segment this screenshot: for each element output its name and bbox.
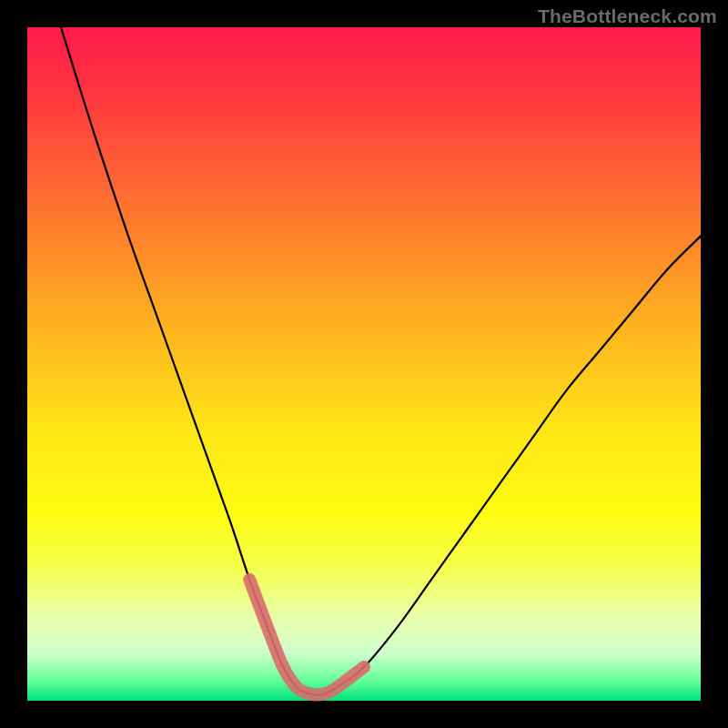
chart-frame: TheBottleneck.com <box>0 0 728 728</box>
bottleneck-curve <box>61 27 701 695</box>
watermark-text: TheBottleneck.com <box>538 5 717 27</box>
optimal-zone-highlight <box>249 580 364 695</box>
plot-area <box>27 27 701 701</box>
curve-layer <box>27 27 701 701</box>
